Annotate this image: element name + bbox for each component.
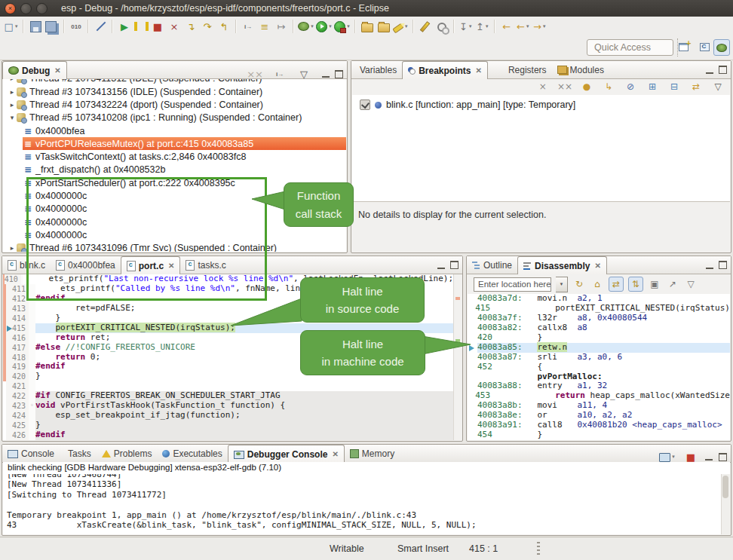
tree-expander-icon[interactable]: ▾: [8, 114, 17, 121]
tab-console[interactable]: Console: [2, 445, 60, 462]
tab-debug-close-icon[interactable]: ✕: [54, 66, 60, 75]
home-button[interactable]: ⌂: [590, 277, 604, 291]
stack-frame-row[interactable]: ≡_frxt_dispatch() at 0x4008532b: [23, 164, 346, 176]
debug-perspective-button[interactable]: [713, 39, 730, 56]
stack-frame-row[interactable]: ≡0x4000bfea: [23, 124, 346, 137]
new-wizard-button[interactable]: □▼: [3, 18, 20, 35]
build-settings-button[interactable]: [434, 18, 450, 35]
location-input[interactable]: Enter location here: [474, 277, 551, 292]
remove-all-breakpoints-button[interactable]: ××: [557, 78, 573, 95]
cpp-perspective-button[interactable]: [697, 39, 712, 54]
thread-row[interactable]: ▸Thread #2 1073411312 (IDLE) (Suspended …: [3, 79, 346, 85]
tab-close-icon[interactable]: ✕: [594, 262, 600, 270]
track-current-pc-button[interactable]: ⇅: [628, 277, 643, 292]
last-edit-location-dropdown-icon[interactable]: ▼: [468, 24, 473, 29]
code-line-425[interactable]: 425}: [3, 421, 453, 430]
debug-maximize-button[interactable]: [335, 70, 343, 78]
open-element-button[interactable]: [359, 18, 376, 35]
console-output[interactable]: [New Thread 1073468744][New Thread 10734…: [3, 474, 722, 534]
instruction-stepping-button[interactable]: i→: [240, 18, 256, 35]
breakpoint-item[interactable]: blink.c [function: app_main] [type: Temp…: [352, 95, 730, 110]
suspend-button[interactable]: [133, 18, 149, 35]
open-new-view-button[interactable]: ↗: [666, 277, 679, 291]
save-button[interactable]: [27, 18, 44, 35]
tree-expander-icon[interactable]: ▸: [8, 79, 17, 82]
tab-modules[interactable]: Modules: [552, 61, 609, 78]
previous-annotation-dropdown-icon[interactable]: ▼: [485, 24, 489, 29]
save-all-button[interactable]: [44, 18, 60, 35]
breakpoint-checkbox[interactable]: [360, 99, 370, 110]
tab-tasks-c[interactable]: tasks.c: [180, 256, 231, 274]
remove-breakpoint-button[interactable]: ×: [535, 78, 551, 95]
new-wizard-dropdown-icon[interactable]: ▼: [14, 24, 19, 29]
tab-disassembly[interactable]: Disassembly✕: [517, 256, 607, 274]
run-button[interactable]: ▼: [315, 18, 333, 35]
debug-minimize-button[interactable]: [322, 70, 330, 78]
breakpoint-types-button[interactable]: ↦: [273, 18, 290, 35]
stack-frame-row[interactable]: ≡0x4000000c: [23, 228, 346, 241]
tab-variables[interactable]: Variables: [351, 61, 402, 78]
tab-debugger-console[interactable]: Debugger Console✕: [228, 445, 345, 463]
disconnect-button[interactable]: ×: [166, 18, 182, 35]
status-drag-handle[interactable]: [537, 542, 540, 555]
disassembly-line[interactable]: 454 }: [468, 430, 730, 440]
breakpoints-minimize-button[interactable]: [706, 66, 713, 74]
tab-executables[interactable]: Executables: [157, 445, 227, 462]
back-button[interactable]: ←▼: [515, 18, 532, 35]
tab-close-icon[interactable]: ✕: [168, 262, 174, 270]
tab-breakpoints[interactable]: Breakpoints✕: [402, 61, 488, 79]
back-dropdown-icon[interactable]: ▼: [526, 24, 530, 29]
breakpoints-maximize-button[interactable]: [719, 66, 727, 74]
code-line-426[interactable]: 426#endif: [3, 430, 453, 440]
back-simple-button[interactable]: ←: [498, 18, 515, 35]
toggle-mark-occurrences-button[interactable]: [417, 18, 434, 35]
editor-minimize-button[interactable]: [437, 262, 445, 269]
resume-button[interactable]: ▶: [116, 18, 133, 35]
tab-registers[interactable]: Registers: [488, 61, 552, 78]
tree-expander-icon[interactable]: ▸: [8, 244, 17, 252]
terminate-button[interactable]: ■: [149, 18, 166, 35]
window-close-button[interactable]: ×: [5, 3, 16, 14]
thread-row[interactable]: ▸Thread #3 1073413156 (IDLE) (Suspended …: [3, 85, 346, 98]
forward-button[interactable]: →▼: [532, 18, 548, 35]
external-tools-button[interactable]: ▼: [333, 18, 351, 35]
thread-row[interactable]: ▾Thread #5 1073410208 (ipc1 : Running) (…: [3, 112, 346, 124]
forward-dropdown-icon[interactable]: ▼: [542, 24, 547, 29]
tab-0x4000bfea[interactable]: 0x4000bfea: [51, 256, 121, 274]
previous-annotation-button[interactable]: ↥▼: [474, 18, 491, 35]
debug-dropdown-icon[interactable]: ▼: [310, 24, 314, 29]
link-with-debug-view-button[interactable]: ⇄: [688, 78, 704, 95]
view-menu-button[interactable]: ▽: [684, 277, 698, 291]
skip-all-breakpoints-button[interactable]: [92, 18, 109, 35]
stack-frame-row[interactable]: ≡vTaskSwitchContext() at tasks.c:2,846 0…: [23, 150, 346, 163]
location-dropdown-icon[interactable]: ▼: [556, 277, 568, 292]
collapse-all-button[interactable]: ⊟: [666, 78, 682, 95]
editor-maximize-button[interactable]: [450, 261, 459, 269]
quick-access-input[interactable]: Quick Access: [587, 39, 673, 56]
editor-overview-ruler[interactable]: [453, 274, 462, 440]
binary-view-button[interactable]: 010: [68, 18, 84, 35]
tab-memory[interactable]: Memory: [345, 445, 400, 462]
show-breakpoints-for-target-button[interactable]: ●: [578, 78, 595, 95]
run-dropdown-icon[interactable]: ▼: [328, 24, 333, 29]
window-minimize-button[interactable]: [20, 3, 32, 14]
open-perspective-button[interactable]: [676, 39, 691, 54]
search-button[interactable]: ▼: [392, 18, 409, 35]
tree-expander-icon[interactable]: ▸: [8, 101, 17, 109]
console-scrollbar[interactable]: [721, 474, 730, 534]
disassembly-listing[interactable]: 40083a7d: movi.n a2, 1415 portEXIT_CRITI…: [468, 294, 730, 440]
show-stepping-filters-button[interactable]: ≡: [256, 18, 273, 35]
sync-with-active-debug-context-button[interactable]: ⇄: [609, 277, 624, 292]
tab-problems[interactable]: Problems: [97, 445, 158, 462]
tab-close-icon[interactable]: ✕: [332, 450, 338, 458]
view-menu-button[interactable]: ▽: [710, 78, 726, 95]
tab-close-icon[interactable]: ✕: [476, 66, 482, 75]
display-selected-console-dropdown-icon[interactable]: ▼: [671, 454, 676, 459]
code-line-424[interactable]: 424 esp_set_breakpoint_if_jtag(function)…: [3, 411, 453, 421]
disassembly-minimize-button[interactable]: [706, 262, 713, 269]
step-over-button[interactable]: ↷: [199, 18, 216, 35]
external-tools-dropdown-icon[interactable]: ▼: [346, 24, 351, 29]
step-return-button[interactable]: ↰: [216, 18, 232, 35]
step-into-button[interactable]: ↴: [182, 18, 199, 35]
thread-row[interactable]: ▸Thread #4 1073432224 (dport) (Suspended…: [3, 98, 346, 111]
